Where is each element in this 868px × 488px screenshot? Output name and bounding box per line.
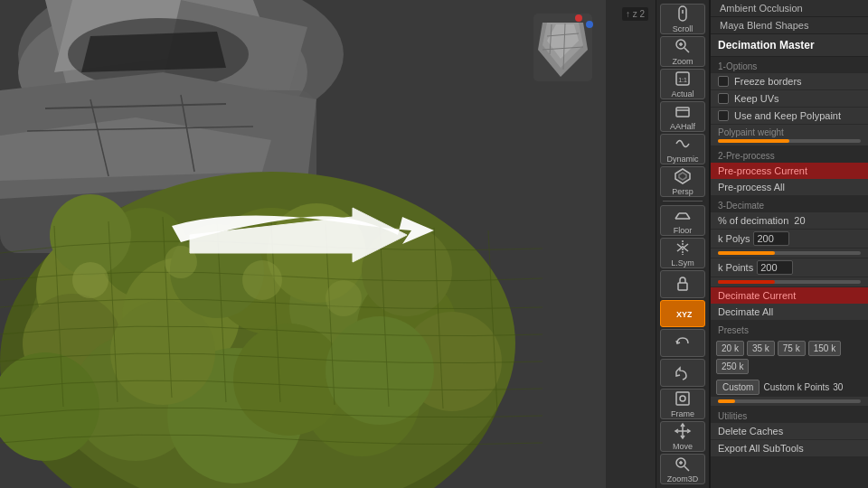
svg-point-70: [680, 396, 685, 401]
freeze-borders-checkbox[interactable]: Freeze borders: [711, 73, 868, 90]
options-section-label: 1-Options: [711, 57, 868, 73]
preprocess-section-label: 2-Pre-process: [711, 146, 868, 163]
k-polys-label: k Polys: [718, 233, 750, 244]
svg-rect-58: [676, 108, 689, 117]
orientation-gizmo: [533, 14, 593, 81]
polypaint-weight-track[interactable]: [718, 139, 861, 143]
svg-point-36: [72, 262, 108, 298]
floor-button[interactable]: Floor: [660, 205, 705, 236]
preprocess-current-button[interactable]: Pre-process Current: [711, 163, 868, 179]
preprocess-all-button[interactable]: Pre-process All: [711, 179, 868, 196]
svg-marker-61: [679, 173, 686, 180]
keep-uvs-label: Keep UVs: [734, 93, 779, 104]
lsym-button[interactable]: L.Sym: [660, 238, 705, 268]
preset-75k-button[interactable]: 75 k: [778, 341, 806, 356]
actual-button[interactable]: 1:1 Actual: [660, 69, 705, 99]
viewport-render: [0, 0, 606, 488]
svg-point-38: [242, 260, 282, 300]
decimate-section-label: 3-Decimate: [711, 196, 868, 212]
3d-viewport[interactable]: ↑ z 2: [0, 0, 656, 488]
export-all-subtools-button[interactable]: Export All SubTools: [711, 440, 868, 457]
svg-point-39: [326, 280, 362, 316]
decimation-percent-row[interactable]: % of decimation 20: [711, 212, 868, 230]
custom-track[interactable]: [718, 399, 861, 403]
use-polypaint-box: [718, 110, 729, 121]
custom-fill: [718, 399, 735, 403]
move-button[interactable]: Move: [660, 421, 705, 452]
svg-point-48: [575, 14, 582, 22]
svg-point-31: [110, 300, 215, 405]
polypaint-weight-row[interactable]: Polypaint weight: [711, 125, 868, 146]
keep-uvs-checkbox[interactable]: Keep UVs: [711, 90, 868, 108]
scroll-button[interactable]: Scroll: [660, 4, 705, 34]
svg-marker-60: [675, 169, 690, 183]
svg-text:1:1: 1:1: [678, 77, 687, 83]
toolbar-divider-1: [663, 201, 703, 202]
k-polys-track[interactable]: [718, 251, 861, 255]
svg-line-53: [684, 48, 689, 52]
svg-line-74: [684, 466, 689, 471]
coord-indicator: ↑ z 2: [622, 7, 648, 21]
decimation-percent-value: 20: [794, 215, 805, 226]
polypaint-weight-label: Polypaint weight: [718, 127, 861, 137]
decimate-current-button[interactable]: Decimate Current: [711, 287, 868, 304]
keep-uvs-box: [718, 93, 729, 104]
utilities-section-label: Utilities: [711, 407, 868, 423]
custom-k-points-label: Custom k Points: [763, 382, 829, 392]
k-points-slider-row[interactable]: [711, 277, 868, 287]
k-points-track[interactable]: [718, 280, 861, 284]
freeze-borders-label: Freeze borders: [734, 76, 802, 87]
xyz-button[interactable]: XYZ: [660, 300, 705, 328]
preset-250k-button[interactable]: 250 k: [716, 359, 749, 374]
maya-blend-shapes-item[interactable]: Maya Blend Shapes: [711, 17, 868, 34]
k-points-fill: [718, 280, 775, 284]
svg-point-49: [586, 21, 593, 28]
zoom3d-button[interactable]: Zoom3D: [660, 454, 705, 484]
custom-button[interactable]: Custom: [716, 380, 760, 395]
decimation-master-title: Decimation Master: [711, 34, 868, 57]
k-points-row[interactable]: k Points: [711, 258, 868, 277]
k-polys-input[interactable]: [753, 231, 789, 246]
zoom-button[interactable]: Zoom: [660, 36, 705, 67]
custom-slider-row[interactable]: [711, 397, 868, 407]
svg-marker-7: [81, 32, 226, 72]
preset-buttons-row: 20 k 35 k 75 k 150 k 250 k: [711, 337, 868, 378]
svg-point-35: [326, 316, 434, 425]
polypaint-weight-fill: [718, 139, 789, 143]
k-polys-row[interactable]: k Polys: [711, 230, 868, 249]
use-polypaint-checkbox[interactable]: Use and Keep Polypaint: [711, 108, 868, 125]
k-polys-fill: [718, 251, 775, 255]
decimation-percent-label: % of decimation: [718, 215, 788, 226]
undo-button[interactable]: [660, 359, 705, 387]
delete-caches-button[interactable]: Delete Caches: [711, 423, 868, 440]
svg-text:XYZ: XYZ: [676, 310, 692, 319]
lock-button[interactable]: [660, 270, 705, 298]
frame-button[interactable]: Frame: [660, 389, 705, 419]
right-panel: Ambient Occlusion Maya Blend Shapes Deci…: [710, 0, 868, 488]
preset-20k-button[interactable]: 20 k: [716, 341, 744, 356]
dynamic-button[interactable]: Dynamic: [660, 134, 705, 164]
freeze-borders-box: [718, 76, 729, 87]
preset-150k-button[interactable]: 150 k: [808, 341, 841, 356]
custom-k-points-value: 30: [833, 382, 843, 392]
custom-row: Custom Custom k Points 30: [711, 378, 868, 397]
aahalf-button[interactable]: AAHalf: [660, 101, 705, 132]
svg-rect-67: [678, 283, 687, 290]
k-points-input[interactable]: [757, 260, 793, 275]
svg-line-64: [686, 213, 690, 219]
persp-button[interactable]: Persp: [660, 166, 705, 197]
preset-35k-button[interactable]: 35 k: [747, 341, 775, 356]
rotate-button[interactable]: [660, 329, 705, 357]
svg-rect-69: [676, 392, 689, 405]
left-toolbar: Scroll Zoom 1:1 Actual AAHalf Dynamic: [656, 0, 710, 488]
svg-line-63: [675, 213, 679, 219]
use-polypaint-label: Use and Keep Polypaint: [734, 110, 841, 121]
k-polys-slider-row[interactable]: [711, 249, 868, 258]
k-points-label: k Points: [718, 262, 753, 273]
presets-section-label: Presets: [711, 321, 868, 337]
ambient-occlusion-item[interactable]: Ambient Occlusion: [711, 0, 868, 17]
decimate-all-button[interactable]: Decimate All: [711, 304, 868, 321]
